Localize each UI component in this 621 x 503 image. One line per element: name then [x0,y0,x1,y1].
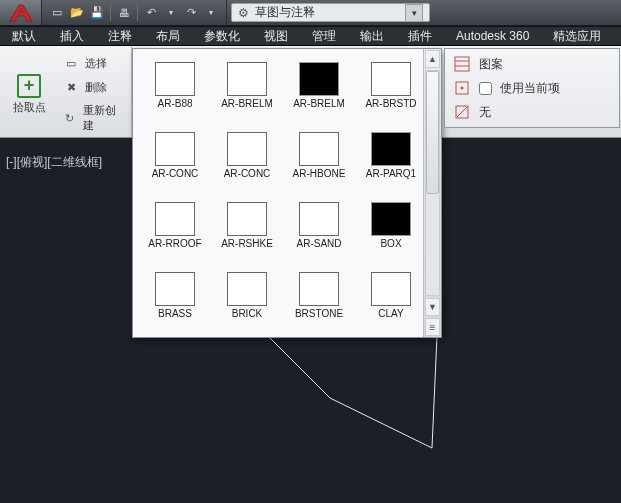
hatch-swatch[interactable]: AR-CONC [213,129,281,195]
pattern-icon [453,55,471,73]
hatch-tile [155,132,195,166]
hatch-swatch[interactable]: AR-BRELM [285,59,353,125]
chevron-down-icon[interactable]: ▾ [405,4,423,22]
qat-dd-icon[interactable]: ▾ [162,4,180,22]
hatch-swatch[interactable]: CLAY [357,269,423,335]
hatch-label: AR-BRSTD [365,98,416,109]
boundary-cmd[interactable]: ↻重新创建 [58,100,125,136]
hatch-tile [155,272,195,306]
hatch-swatch[interactable]: BRICK [213,269,281,335]
hatch-label: AR-RSHKE [221,238,273,249]
qat-open-icon[interactable]: 📂 [68,4,86,22]
no-origin-icon [453,103,471,121]
hatch-swatch[interactable]: AR-RROOF [141,199,209,265]
hatch-label: BRASS [158,308,192,319]
scroll-thumb[interactable] [426,71,439,194]
app-menu-button[interactable] [0,0,42,25]
qat-new-icon[interactable]: ▭ [48,4,66,22]
ribbon-tab[interactable]: 输出 [348,27,396,45]
qat-undo-icon[interactable]: ↶ [142,4,160,22]
qat-print-icon[interactable]: 🖶 [115,4,133,22]
hatch-tile [371,62,411,96]
ribbon-tab[interactable]: 视图 [252,27,300,45]
ribbon-tabs: 默认插入注释布局参数化视图管理输出插件Autodesk 360精选应用 [0,26,621,46]
hatch-swatch[interactable]: AR-HBONE [285,129,353,195]
qat-redo-icon[interactable]: ↷ [182,4,200,22]
hatch-swatch[interactable]: BOX [357,199,423,265]
hatch-swatch[interactable]: BRASS [141,269,209,335]
qat-dd2-icon[interactable]: ▾ [202,4,220,22]
ribbon-tab[interactable]: 管理 [300,27,348,45]
hatch-label: AR-BRELM [221,98,273,109]
hatch-label: AR-BRELM [293,98,345,109]
hatch-label: CLAY [378,308,403,319]
svg-point-4 [461,87,464,90]
hatch-label: AR-RROOF [148,238,201,249]
hatch-tile [371,132,411,166]
hatch-label: AR-CONC [152,168,199,179]
ribbon-tab[interactable]: 插件 [396,27,444,45]
svg-line-6 [457,107,467,117]
hatch-tile [227,202,267,236]
hatch-tile [227,62,267,96]
hatch-swatch[interactable]: AR-SAND [285,199,353,265]
popup-scrollbar[interactable]: ▲ ▼ ≡ [423,49,441,337]
ribbon-tab[interactable]: 注释 [96,27,144,45]
autocad-logo-icon [7,3,35,23]
hatch-label: AR-PARQ1 [366,168,416,179]
scroll-menu-icon[interactable]: ≡ [425,318,440,336]
cmd-icon: ✖ [63,79,79,95]
ribbon-tab[interactable]: 精选应用 [541,27,613,45]
hatch-swatch[interactable]: AR-RSHKE [213,199,281,265]
plus-icon: + [17,74,41,98]
hatch-swatch[interactable]: AR-CONC [141,129,209,195]
hatch-pattern-grid: AR-B88AR-BRELMAR-BRELMAR-BRSTDAR-CONCAR-… [133,49,423,337]
hatch-pattern-popup: AR-B88AR-BRELMAR-BRELMAR-BRSTDAR-CONCAR-… [132,48,442,338]
ribbon-tab[interactable]: 参数化 [192,27,252,45]
hatch-tile [299,62,339,96]
hatch-tile [155,202,195,236]
hatch-tile [299,132,339,166]
cmd-icon: ▭ [63,55,79,71]
hatch-swatch[interactable]: AR-BRELM [213,59,281,125]
gear-icon: ⚙ [238,6,249,20]
hatch-swatch[interactable]: BRSTONE [285,269,353,335]
ribbon-tab[interactable]: 默认 [0,27,48,45]
hatch-label: BOX [380,238,401,249]
ribbon-tab[interactable]: 布局 [144,27,192,45]
panel-boundary: + 拾取点 ▭选择✖删除↻重新创建 边界 ▼ [0,46,132,137]
workspace-switcher[interactable]: ⚙ 草图与注释 ▾ [231,3,430,22]
hatch-label: AR-B88 [157,98,192,109]
pattern-origin-panel: 图案 使用当前项 无 [444,48,620,128]
origin-point-icon [453,79,471,97]
hatch-swatch[interactable]: AR-B88 [141,59,209,125]
scroll-down-icon[interactable]: ▼ [425,298,440,316]
pick-points-label: 拾取点 [13,100,46,115]
hatch-tile [155,62,195,96]
ribbon-tab[interactable]: 插入 [48,27,96,45]
hatch-tile [371,202,411,236]
boundary-cmd[interactable]: ✖删除 [58,76,125,98]
workspace-label: 草图与注释 [255,4,395,21]
hatch-tile [299,272,339,306]
hatch-label: AR-CONC [224,168,271,179]
hatch-swatch[interactable]: AR-BRSTD [357,59,423,125]
scroll-up-icon[interactable]: ▲ [425,50,440,68]
hatch-label: BRSTONE [295,308,343,319]
hatch-label: AR-HBONE [293,168,346,179]
hatch-label: BRICK [232,308,263,319]
cmd-icon: ↻ [63,110,77,126]
hatch-tile [371,272,411,306]
pick-points-button[interactable]: + 拾取点 [6,52,52,136]
pattern-title: 图案 [479,56,503,73]
boundary-cmd[interactable]: ▭选择 [58,52,125,74]
hatch-swatch[interactable]: AR-PARQ1 [357,129,423,195]
qat-save-icon[interactable]: 💾 [88,4,106,22]
scroll-track[interactable] [425,70,440,296]
none-label: 无 [479,104,491,121]
use-current-checkbox[interactable] [479,82,492,95]
ribbon-tab[interactable]: Autodesk 360 [444,27,541,45]
hatch-label: AR-SAND [296,238,341,249]
hatch-tile [227,132,267,166]
quick-access-toolbar: ▭ 📂 💾 🖶 ↶ ▾ ↷ ▾ ⚙ 草图与注释 ▾ [0,0,621,26]
